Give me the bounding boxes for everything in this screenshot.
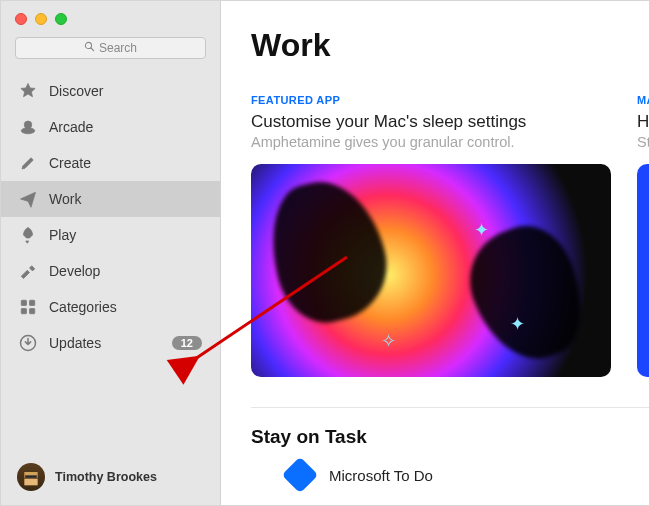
app-window: Search Discover Arcade Create	[0, 0, 650, 506]
star-icon	[19, 82, 37, 100]
sidebar-item-label: Discover	[49, 83, 103, 99]
sidebar-item-arcade[interactable]: Arcade	[1, 109, 220, 145]
sidebar-item-work[interactable]: Work	[1, 181, 220, 217]
featured-row: FEATURED APP Customise your Mac's sleep …	[251, 94, 649, 377]
window-close-button[interactable]	[15, 13, 27, 25]
svg-rect-6	[21, 309, 26, 314]
sidebar-item-play[interactable]: Play	[1, 217, 220, 253]
svg-rect-7	[30, 309, 35, 314]
svg-rect-11	[24, 479, 37, 486]
search-icon	[84, 41, 95, 55]
sidebar-nav: Discover Arcade Create Work	[1, 69, 220, 451]
sidebar: Search Discover Arcade Create	[1, 1, 221, 505]
sidebar-item-label: Develop	[49, 263, 100, 279]
hammer-icon	[19, 262, 37, 280]
updates-badge: 12	[172, 336, 202, 350]
svg-rect-10	[25, 475, 37, 478]
search-placeholder: Search	[99, 41, 137, 55]
featured-card[interactable]: FEATURED APP Customise your Mac's sleep …	[251, 94, 611, 377]
featured-headline: Customise your Mac's sleep settings	[251, 112, 611, 132]
search-field-wrap: Search	[1, 31, 220, 69]
sidebar-item-updates[interactable]: Updates 12	[1, 325, 220, 361]
paperplane-icon	[19, 190, 37, 208]
main-content: Work FEATURED APP Customise your Mac's s…	[221, 1, 649, 505]
section-title: Stay on Task	[251, 426, 649, 448]
featured-card-2[interactable]: MASTER YO Help Ma Streamli	[637, 94, 649, 377]
sidebar-item-label: Work	[49, 191, 81, 207]
featured-eyebrow: FEATURED APP	[251, 94, 611, 106]
svg-point-3	[24, 121, 32, 129]
featured-artwork	[637, 164, 649, 377]
avatar	[17, 463, 45, 491]
featured-artwork: ✦✦✧	[251, 164, 611, 377]
grid-icon	[19, 298, 37, 316]
stay-on-task-section: Stay on Task Microsoft To Do	[251, 407, 649, 488]
window-zoom-button[interactable]	[55, 13, 67, 25]
sidebar-item-label: Create	[49, 155, 91, 171]
sidebar-item-create[interactable]: Create	[1, 145, 220, 181]
window-traffic-lights	[1, 1, 220, 31]
page-title: Work	[251, 27, 649, 64]
sidebar-item-discover[interactable]: Discover	[1, 73, 220, 109]
paintbrush-icon	[19, 154, 37, 172]
user-name: Timothy Brookes	[55, 470, 157, 484]
app-name: Microsoft To Do	[329, 467, 433, 484]
download-icon	[19, 334, 37, 352]
sidebar-item-label: Arcade	[49, 119, 93, 135]
sidebar-item-label: Play	[49, 227, 76, 243]
sidebar-item-develop[interactable]: Develop	[1, 253, 220, 289]
app-list-item[interactable]: Microsoft To Do	[251, 462, 649, 488]
arcade-icon	[19, 118, 37, 136]
featured-subtitle: Streamli	[637, 134, 649, 150]
svg-rect-4	[21, 300, 26, 305]
window-minimize-button[interactable]	[35, 13, 47, 25]
sidebar-item-label: Categories	[49, 299, 117, 315]
search-input[interactable]: Search	[15, 37, 206, 59]
sidebar-item-categories[interactable]: Categories	[1, 289, 220, 325]
featured-eyebrow: MASTER YO	[637, 94, 649, 106]
sidebar-item-label: Updates	[49, 335, 101, 351]
user-account-row[interactable]: Timothy Brookes	[1, 451, 220, 505]
featured-subtitle: Amphetamine gives you granular control.	[251, 134, 611, 150]
svg-rect-5	[30, 300, 35, 305]
svg-line-1	[91, 48, 94, 51]
app-icon	[282, 457, 319, 494]
featured-headline: Help Ma	[637, 112, 649, 132]
rocket-icon	[19, 226, 37, 244]
